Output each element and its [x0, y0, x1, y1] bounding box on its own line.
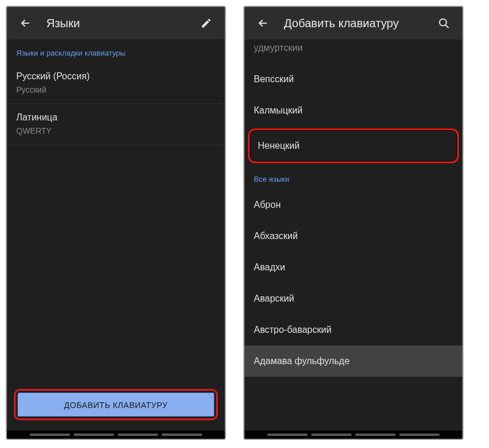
nav-bar [244, 431, 462, 439]
content-area: Языки и раскладки клавиатуры Русский (Ро… [7, 39, 225, 383]
back-arrow-icon [257, 17, 269, 30]
language-primary: Русский (Россия) [16, 71, 216, 82]
edit-button[interactable] [195, 12, 218, 35]
language-list-item[interactable]: Калмыцкий [244, 95, 462, 126]
back-arrow-icon [19, 17, 32, 30]
add-keyboard-button[interactable]: ДОБАВИТЬ КЛАВИАТУРУ [17, 392, 214, 417]
screen-title: Добавить клавиатуру [284, 17, 432, 30]
language-list-item[interactable]: Авадхи [244, 252, 462, 283]
svg-point-0 [440, 19, 447, 26]
search-button[interactable] [432, 12, 455, 35]
language-primary: Латиница [16, 112, 216, 123]
nav-segment [311, 434, 352, 436]
back-button[interactable] [14, 12, 37, 35]
language-list-item[interactable]: Абхазский [244, 221, 462, 252]
section-header-all-languages: Все языки [244, 166, 462, 189]
svg-line-1 [446, 25, 448, 28]
content-area: удмуртскии Вепсский Калмыцкий Ненецкий В… [244, 39, 462, 431]
language-list-item[interactable]: Адамава фульфульде [244, 346, 462, 377]
nav-segment [267, 434, 308, 436]
language-list-item[interactable]: Вепсский [244, 64, 462, 95]
nav-segment [399, 434, 440, 436]
language-list-item[interactable]: удмуртскии [244, 39, 462, 64]
add-keyboard-screen: Добавить клавиатуру удмуртскии Вепсский … [243, 6, 464, 440]
section-header-layouts: Языки и раскладки клавиатуры [7, 39, 225, 63]
screen-title: Языки [46, 17, 195, 30]
nav-bar [7, 431, 225, 439]
languages-screen: Языки Языки и раскладки клавиатуры Русск… [6, 6, 226, 440]
language-secondary: Русский [16, 85, 216, 94]
language-list-item[interactable]: Аварский [244, 283, 462, 314]
back-button[interactable] [251, 12, 275, 35]
pencil-icon [200, 17, 212, 29]
search-icon [437, 17, 450, 30]
language-list-item[interactable]: Аброн [244, 189, 462, 221]
language-secondary: QWERTY [16, 126, 216, 135]
bottom-button-area: ДОБАВИТЬ КЛАВИАТУРУ [7, 383, 225, 431]
language-item[interactable]: Латиница QWERTY [7, 104, 225, 145]
language-item[interactable]: Русский (Россия) Русский [7, 63, 225, 104]
nav-segment [30, 434, 70, 436]
nav-segment [162, 434, 202, 436]
highlight-annotation: ДОБАВИТЬ КЛАВИАТУРУ [14, 389, 218, 420]
nav-segment [118, 434, 158, 436]
app-bar: Языки [7, 7, 225, 39]
language-list-item-nenets[interactable]: Ненецкий [250, 130, 457, 161]
nav-segment [74, 434, 114, 436]
language-list-item[interactable]: Австро-баварский [244, 314, 462, 346]
nav-segment [355, 434, 396, 436]
highlight-annotation: Ненецкий [248, 128, 459, 163]
app-bar: Добавить клавиатуру [244, 7, 462, 39]
